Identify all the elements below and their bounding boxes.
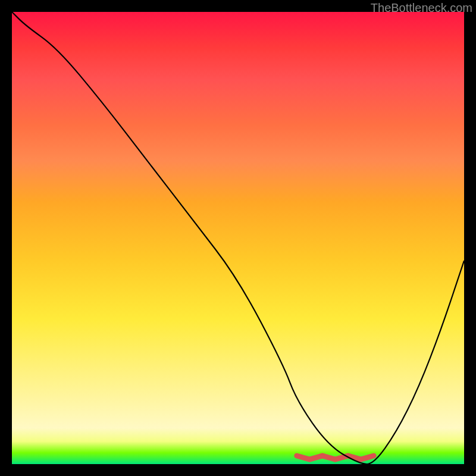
bottleneck-curve <box>12 12 464 464</box>
chart-plot-area <box>12 12 464 464</box>
watermark-text: TheBottleneck.com <box>371 1 472 15</box>
chart-svg <box>12 12 464 464</box>
trough-marker <box>297 456 374 459</box>
